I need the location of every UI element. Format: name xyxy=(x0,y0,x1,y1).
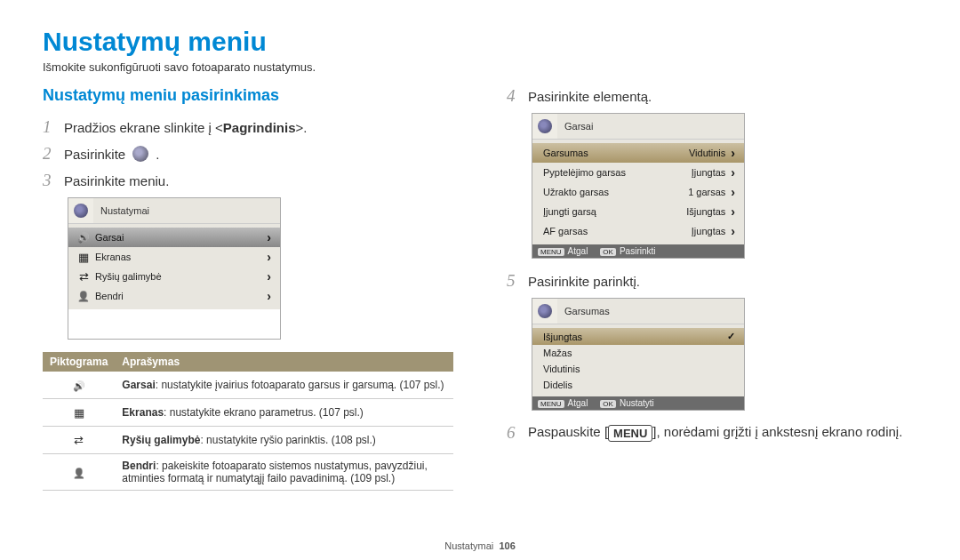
step-text: Pradžios ekrane slinkite į <Pagrindinis>… xyxy=(64,120,307,135)
chevron-right-icon: › xyxy=(731,204,735,219)
menu-label: Ryšių galimybė xyxy=(92,271,267,282)
menu-label: Išjungtas xyxy=(540,332,727,342)
th-desc: Aprašymas xyxy=(115,352,453,372)
right-column: 4 Pasirinkite elementą. Garsai Garsumas … xyxy=(507,86,917,491)
step-num: 6 xyxy=(507,423,521,443)
menu-item-display[interactable]: Ekranas › xyxy=(68,247,280,267)
section-title: Nustatymų meniu pasirinkimas xyxy=(43,86,453,105)
option-high[interactable]: Didelis xyxy=(532,377,744,393)
gear-icon xyxy=(132,146,148,162)
step-4: 4 Pasirinkite elementą. xyxy=(507,86,917,106)
menu-value: Išjungtas xyxy=(686,206,731,217)
menu-item-beep[interactable]: Pyptelėjimo garsas Įjungtas › xyxy=(532,163,744,182)
menu-label: Pyptelėjimo garsas xyxy=(540,167,692,178)
menu-item-sounds[interactable]: Garsai › xyxy=(68,228,280,247)
menu-value: 1 garsas xyxy=(688,187,731,197)
step-text: Paspauskite [MENU], norėdami grįžti į an… xyxy=(528,424,902,442)
chevron-right-icon: › xyxy=(731,165,735,180)
step-num: 1 xyxy=(43,117,57,137)
panel-header-text: Garsumas xyxy=(557,306,744,316)
menu-label: Įjungti garsą xyxy=(540,206,686,217)
step-num: 4 xyxy=(507,86,521,106)
step-num: 2 xyxy=(43,144,57,164)
panel-footer: MENUAtgal OKPasirinkti xyxy=(532,244,744,258)
left-column: Nustatymų meniu pasirinkimas 1 Pradžios … xyxy=(43,86,453,491)
chevron-right-icon: › xyxy=(267,289,271,303)
chevron-right-icon: › xyxy=(267,230,271,244)
chevron-right-icon: › xyxy=(731,146,735,160)
menu-label: Mažas xyxy=(540,348,735,358)
step-3: 3 Pasirinkite meniu. xyxy=(43,171,453,190)
table-row: Garsai: nustatykite įvairius fotoaparato… xyxy=(43,372,453,399)
user-icon xyxy=(76,291,92,302)
menu-label: Ekranas xyxy=(92,252,267,262)
menu-label: Bendri xyxy=(92,291,267,301)
chevron-right-icon: › xyxy=(267,269,271,284)
display-icon xyxy=(76,251,92,264)
chevron-right-icon: › xyxy=(267,250,271,264)
panel-footer: MENUAtgal OKNustatyti xyxy=(532,396,744,410)
step-2: 2 Pasirinkite . xyxy=(43,144,453,164)
menu-label: Užrakto garsas xyxy=(540,187,688,197)
menu-label: AF garsas xyxy=(540,226,692,236)
step-text: Pasirinkite meniu. xyxy=(64,173,169,188)
table-row: Bendri: pakeiskite fotoaparato sistemos … xyxy=(43,454,453,491)
chevron-right-icon: › xyxy=(731,185,735,199)
step-num: 3 xyxy=(43,171,57,190)
chevron-right-icon: › xyxy=(731,224,735,238)
menu-key-label: MENU xyxy=(538,400,564,408)
gear-icon xyxy=(538,304,552,318)
menu-button-label: MENU xyxy=(608,425,652,442)
menu-key-label: MENU xyxy=(538,248,564,256)
menu-value: Įjungtas xyxy=(692,226,732,236)
menu-label: Garsai xyxy=(92,232,267,243)
sounds-panel: Garsai Garsumas Vidutinis › Pyptelėjimo … xyxy=(532,113,745,259)
option-off[interactable]: Išjungtas ✓ xyxy=(532,328,744,345)
ok-key-label: OK xyxy=(600,248,616,256)
option-low[interactable]: Mažas xyxy=(532,345,744,361)
th-icon: Piktograma xyxy=(43,352,115,372)
step-5: 5 Pasirinkite parinktį. xyxy=(507,271,917,291)
step-text: Pasirinkite xyxy=(64,147,125,162)
settings-panel: Nustatymai Garsai › Ekranas › Ryšių gali… xyxy=(68,197,281,340)
menu-label: Vidutinis xyxy=(540,364,735,374)
menu-item-shutter[interactable]: Užrakto garsas 1 garsas › xyxy=(532,182,744,202)
panel-header: Garsai xyxy=(532,114,744,140)
panel-header: Garsumas xyxy=(532,299,744,324)
step-text: Pasirinkite parinktį. xyxy=(528,274,640,289)
speaker-icon xyxy=(76,232,92,244)
panel-header-text: Nustatymai xyxy=(93,205,280,216)
menu-label: Garsumas xyxy=(540,148,689,158)
page-footer: Nustatymai 106 xyxy=(0,540,960,551)
step-1: 1 Pradžios ekrane slinkite į <Pagrindini… xyxy=(43,117,453,137)
page-title: Nustatymų meniu xyxy=(43,27,917,57)
volume-panel: Garsumas Išjungtas ✓ Mažas Vidutinis Did… xyxy=(532,298,745,411)
display-icon xyxy=(74,404,84,420)
menu-value: Vidutinis xyxy=(689,148,731,158)
step-num: 5 xyxy=(507,271,521,291)
connectivity-icon xyxy=(74,432,84,447)
option-medium[interactable]: Vidutinis xyxy=(532,361,744,377)
menu-item-general[interactable]: Bendri › xyxy=(68,286,280,306)
step-text: Pasirinkite elementą. xyxy=(528,89,652,104)
menu-item-connectivity[interactable]: Ryšių galimybė › xyxy=(68,267,280,286)
connectivity-icon xyxy=(76,270,92,284)
page-subtitle: Išmokite sukonfigūruoti savo fotoaparato… xyxy=(43,60,917,74)
gear-icon xyxy=(538,119,552,133)
speaker-icon xyxy=(73,377,85,392)
panel-header-text: Garsai xyxy=(557,121,744,132)
ok-key-label: OK xyxy=(600,400,616,408)
check-icon: ✓ xyxy=(727,331,735,342)
menu-item-volume[interactable]: Garsumas Vidutinis › xyxy=(532,143,744,163)
table-row: Ekranas: nustatykite ekrano parametrus. … xyxy=(43,399,453,427)
menu-item-af-sound[interactable]: AF garsas Įjungtas › xyxy=(532,221,744,241)
icon-description-table: Piktograma Aprašymas Garsai: nustatykite… xyxy=(43,352,453,491)
table-row: Ryšių galimybė: nustatykite ryšio parink… xyxy=(43,427,453,454)
panel-header: Nustatymai xyxy=(68,198,280,224)
menu-label: Didelis xyxy=(540,380,735,390)
menu-value: Įjungtas xyxy=(692,167,732,178)
user-icon xyxy=(73,464,85,479)
step-6: 6 Paspauskite [MENU], norėdami grįžti į … xyxy=(507,423,917,443)
gear-icon xyxy=(74,204,88,218)
menu-item-startup-sound[interactable]: Įjungti garsą Išjungtas › xyxy=(532,202,744,221)
